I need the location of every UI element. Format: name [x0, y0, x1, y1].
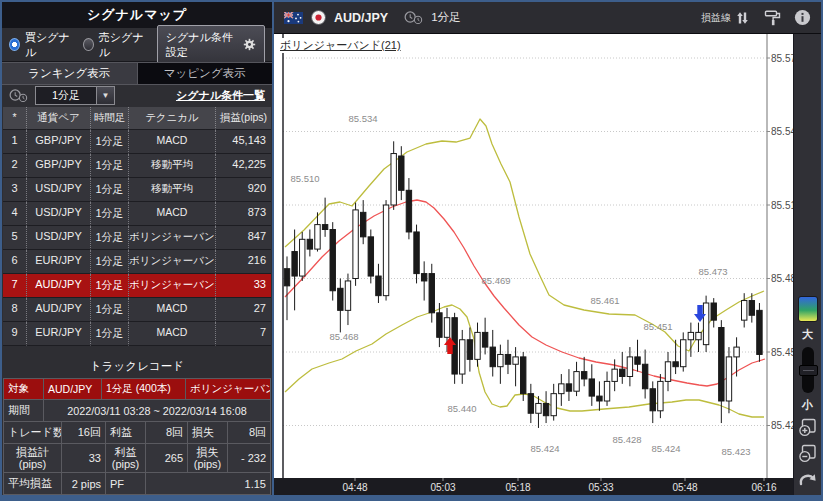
profit-count-value: 8回	[146, 422, 188, 444]
table-cell: 5	[3, 226, 27, 250]
target-timeframe: 1分足 (400本)	[102, 379, 186, 400]
table-row[interactable]: 2GBP/JPY1分足移動平均42,225	[3, 154, 271, 178]
pl-line-toggle-button[interactable]: 損益線	[701, 10, 751, 26]
color-scale-badge[interactable]	[798, 296, 818, 322]
period-label: 期間	[4, 400, 44, 422]
candle-down	[566, 384, 571, 391]
table-row[interactable]: 7AUD/JPY1分足ボリンジャーバンド33	[3, 274, 271, 298]
table-cell: 1分足	[91, 154, 129, 178]
table-cell: MACD	[129, 298, 216, 322]
flag-japan-icon	[311, 10, 326, 25]
total-pips-label: 損益計(pips)	[4, 444, 62, 473]
tab-ranking-view[interactable]: ランキング表示	[2, 63, 138, 84]
signal-condition-settings-button[interactable]: シグナル条件設定	[157, 25, 265, 65]
y-axis-label: 85.420	[771, 420, 793, 431]
radio-selected-icon[interactable]	[9, 38, 20, 51]
table-cell: 1分足	[91, 130, 129, 154]
table-row[interactable]: 6EUR/JPY1分足ボリンジャーバンド216	[3, 250, 271, 274]
table-cell: 920	[216, 178, 271, 202]
table-cell: AUD/JPY	[27, 274, 91, 298]
table-row[interactable]: 9EUR/JPY1分足MACD7	[3, 322, 271, 346]
signal-panel: シグナルマップ 買シグナル 売シグナル シグナル条件設定 ランキング表示 マッピ…	[2, 2, 274, 495]
table-cell: 45,143	[216, 130, 271, 154]
x-axis-label: 04:48	[342, 482, 367, 493]
candle-down	[322, 225, 327, 230]
zoom-out-page-icon[interactable]	[798, 444, 817, 463]
price-annotation: 85.424	[651, 443, 680, 454]
zoom-slider[interactable]	[802, 347, 814, 393]
candle-down	[620, 369, 625, 376]
chart-canvas[interactable]: 85.57085.54085.51085.48085.45085.42004:4…	[274, 34, 793, 496]
loss-pips-value: - 232	[228, 444, 270, 473]
chart-right-toolbar: 大 小	[793, 34, 821, 495]
candle-down	[421, 274, 426, 281]
y-axis-label: 85.570	[771, 53, 793, 64]
table-cell: 27	[216, 298, 271, 322]
candle-up	[665, 362, 670, 382]
price-annotation: 85.423	[721, 446, 750, 457]
table-cell: 847	[216, 226, 271, 250]
table-cell: 9	[3, 322, 27, 346]
zoom-in-page-icon[interactable]	[798, 418, 817, 437]
candle-down	[437, 313, 442, 338]
candle-down	[376, 276, 381, 296]
table-row[interactable]: 8AUD/JPY1分足MACD27	[3, 298, 271, 322]
candle-up	[513, 357, 518, 364]
table-cell: MACD	[129, 202, 216, 226]
buy-signal-radio[interactable]: 買シグナル	[9, 30, 71, 60]
track-period-row: 期間 2022/03/11 03:28 ~ 2022/03/14 16:08	[4, 400, 270, 422]
table-cell: MACD	[129, 130, 216, 154]
candle-down	[757, 310, 762, 354]
candle-up	[726, 357, 731, 401]
candle-up	[345, 281, 350, 310]
table-row[interactable]: 5USD/JPY1分足ボリンジャーバンド847	[3, 226, 271, 250]
candle-up	[391, 154, 396, 205]
timeframe-select[interactable]: 1分足 ▼	[35, 86, 115, 105]
paint-roller-icon[interactable]	[764, 9, 781, 26]
candle-up	[703, 303, 708, 345]
bollinger-chart[interactable]: 85.57085.54085.51085.48085.45085.42004:4…	[274, 34, 793, 495]
table-cell: USD/JPY	[27, 226, 91, 250]
price-annotation: 85.534	[348, 113, 377, 124]
info-icon[interactable]	[794, 9, 811, 26]
price-annotation: 85.428	[612, 434, 641, 445]
profit-pips-value: 265	[146, 444, 188, 473]
candle-down	[361, 212, 366, 237]
candle-up	[688, 332, 693, 339]
track-counts-row: トレード数 16回 利益 8回 損失 8回	[4, 422, 270, 444]
table-cell: 1分足	[91, 178, 129, 202]
signal-condition-list-link[interactable]: シグナル条件一覧	[176, 88, 265, 103]
candle-up	[383, 205, 388, 296]
buy-signal-label: 買シグナル	[25, 30, 71, 60]
table-cell: AUD/JPY	[27, 298, 91, 322]
table-cell: 移動平均	[129, 178, 216, 202]
tab-mapping-view[interactable]: マッピング表示	[138, 63, 273, 84]
redo-arrow-icon[interactable]	[797, 470, 818, 487]
indicator-label[interactable]: ボリンジャーバンド(21)	[280, 38, 401, 53]
radio-unselected-icon[interactable]	[83, 38, 94, 51]
sell-signal-radio[interactable]: 売シグナル	[83, 30, 145, 60]
x-axis-label: 05:03	[430, 482, 455, 493]
candle-down	[307, 239, 312, 249]
table-cell: 42,225	[216, 154, 271, 178]
timeframe-clock-icon	[9, 88, 28, 103]
pf-value: 1.15	[146, 473, 270, 494]
table-cell: ボリンジャーバンド	[129, 226, 216, 250]
profit-pips-label: 利益(pips)	[106, 444, 146, 473]
candle-down	[642, 364, 647, 389]
chevron-down-icon[interactable]: ▼	[96, 87, 114, 104]
average-label: 平均損益	[4, 473, 62, 494]
x-axis-label: 05:18	[505, 482, 530, 493]
table-cell: 8	[3, 298, 27, 322]
table-row[interactable]: 3USD/JPY1分足移動平均920	[3, 178, 271, 202]
zoom-slider-handle[interactable]	[799, 365, 818, 376]
candle-up	[559, 384, 564, 394]
table-row[interactable]: 1GBP/JPY1分足MACD45,143	[3, 130, 271, 154]
candle-up	[627, 357, 632, 377]
sell-signal-label: 売シグナル	[99, 30, 145, 60]
col-header-rank: *	[3, 107, 27, 130]
candle-up	[696, 332, 701, 339]
table-row[interactable]: 4USD/JPY1分足MACD873	[3, 202, 271, 226]
trades-value: 16回	[62, 422, 106, 444]
table-cell: EUR/JPY	[27, 322, 91, 346]
